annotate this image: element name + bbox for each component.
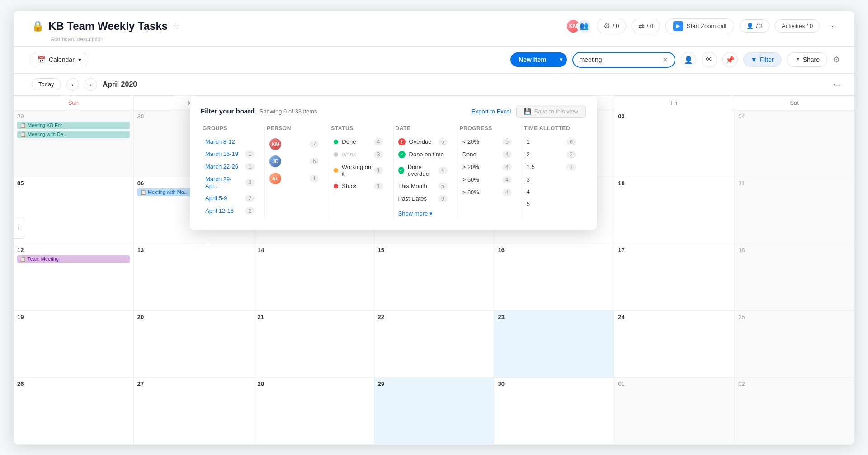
settings-icon[interactable]: ⚙ — [833, 55, 840, 65]
filter-row-this-month[interactable]: This Month 5 — [396, 180, 450, 192]
cal-cell-26-apr[interactable]: 26 — [14, 378, 133, 444]
filter-row-time-1[interactable]: 1 6 — [524, 136, 579, 148]
filter-count: 6 — [310, 158, 319, 165]
filter-row-time-5[interactable]: 5 — [524, 198, 579, 210]
filter-row-overdue[interactable]: ! Overdue 5 — [396, 136, 450, 148]
integrations-btn[interactable]: ⇄ / 0 — [632, 19, 660, 33]
cal-cell-13-apr[interactable]: 13 — [134, 244, 254, 310]
filter-row-stuck[interactable]: Stuck 1 — [331, 180, 386, 192]
filter-row-done[interactable]: Done 4 — [331, 136, 386, 148]
export-excel-link[interactable]: Export to Excel — [472, 108, 511, 115]
cal-cell-04-apr[interactable]: 04 — [735, 110, 854, 177]
cal-cell-30-apr[interactable]: 30 — [494, 378, 614, 444]
filter-row-march-22-26[interactable]: March 22-26 1 — [203, 161, 257, 173]
members-btn[interactable]: 👤 / 3 — [740, 19, 769, 33]
filter-row-gt-80[interactable]: > 80% 4 — [460, 187, 514, 198]
board-description[interactable]: Add board description — [51, 36, 840, 42]
next-month-button[interactable]: › — [85, 78, 97, 91]
cal-cell-22-apr[interactable]: 22 — [374, 311, 494, 377]
cal-cell-10-apr[interactable]: 10 — [614, 177, 734, 244]
search-clear-icon[interactable]: ✕ — [662, 56, 668, 64]
collapse-icon[interactable]: ⇐ — [833, 80, 840, 89]
filter-row-time-3[interactable]: 3 — [524, 174, 579, 185]
filter-row-person-c[interactable]: AL 1 — [267, 170, 321, 187]
filter-row-april-5-9[interactable]: April 5-9 2 — [203, 192, 257, 204]
eye-icon-btn[interactable]: 👁 — [702, 52, 717, 67]
event-chip[interactable]: 📋 Team Meeting — [17, 255, 130, 263]
cal-cell-16-apr[interactable]: 16 — [494, 244, 614, 310]
share-button[interactable]: ↗ Share — [787, 52, 827, 67]
cal-cell-12-apr[interactable]: 12 📋 Team Meeting — [14, 244, 133, 310]
filter-row-done-on-time[interactable]: ✓ Done on time — [396, 149, 450, 160]
cal-cell-17-apr[interactable]: 17 — [614, 244, 734, 310]
person-avatar-b: JD — [269, 155, 281, 167]
star-icon[interactable]: ☆ — [172, 21, 179, 31]
cal-cell-24-apr[interactable]: 24 — [614, 311, 734, 377]
more-options-button[interactable]: ··· — [825, 19, 840, 33]
cell-date: 29 — [17, 113, 130, 120]
person-filter-btn[interactable]: 👤 — [681, 52, 696, 67]
cal-cell-05-apr[interactable]: 05 — [14, 177, 133, 244]
overdue-icon: ! — [398, 138, 406, 145]
save-view-button[interactable]: 💾 Save to this view — [516, 105, 586, 118]
filter-row-time-4[interactable]: 4 — [524, 186, 579, 197]
cal-cell-03-apr[interactable]: 03 — [614, 110, 734, 177]
filter-row-march-29[interactable]: March 29-Apr... 3 — [203, 174, 257, 192]
cal-cell-02-may[interactable]: 02 — [735, 378, 854, 444]
filter-label: Filter — [760, 56, 774, 63]
status-dot-stuck — [334, 184, 338, 188]
show-more-button[interactable]: Show more ▾ — [396, 208, 436, 219]
filter-button[interactable]: ▼ Filter — [743, 52, 782, 67]
cal-cell-18-apr[interactable]: 18 — [735, 244, 854, 310]
filter-row-person-a[interactable]: KM 7 — [267, 136, 321, 152]
show-more-chevron: ▾ — [429, 210, 433, 217]
cal-cell-14-apr[interactable]: 14 — [254, 244, 374, 310]
cal-cell-27-apr[interactable]: 27 — [134, 378, 254, 444]
cal-cell-23-apr[interactable]: 23 — [494, 311, 614, 377]
cal-cell-01-may[interactable]: 01 — [614, 378, 734, 444]
filter-row-blank[interactable]: blank 3 — [331, 149, 386, 160]
filter-row-gt-20[interactable]: > 20% 4 — [460, 161, 514, 173]
activities-btn[interactable]: Activities / 0 — [775, 19, 820, 33]
filter-row-person-b[interactable]: JD 6 — [267, 153, 321, 169]
cell-date: 21 — [258, 314, 370, 320]
automations-btn[interactable]: ⚙ / 0 — [597, 19, 626, 33]
groups-header: Groups — [203, 125, 257, 131]
event-chip[interactable]: 📋 Meeting with De.. — [17, 131, 130, 138]
search-input[interactable] — [580, 56, 659, 63]
pin-icon-btn[interactable]: 📌 — [722, 52, 738, 67]
filter-count: 1 — [566, 164, 576, 171]
cal-cell-28-apr[interactable]: 28 — [254, 378, 374, 444]
sidebar-toggle[interactable]: › — [14, 217, 24, 239]
filter-row-done-prog[interactable]: Done 4 — [460, 149, 514, 160]
filter-row-april-12-16[interactable]: April 12-16 2 — [203, 205, 257, 217]
cal-cell-25-apr[interactable]: 25 — [735, 311, 854, 377]
filter-row-done-overdue[interactable]: ✓ Done overdue 4 — [396, 161, 450, 179]
filter-row-march-8-12[interactable]: March 8-12 — [203, 136, 257, 147]
prev-month-button[interactable]: ‹ — [66, 78, 79, 91]
filter-row-lt-20[interactable]: < 20% 5 — [460, 136, 514, 148]
avatar-team-icon[interactable]: 👥 — [577, 19, 591, 33]
new-item-button[interactable]: New Item ▾ — [510, 52, 566, 67]
today-button[interactable]: Today — [32, 78, 61, 90]
zoom-call-button[interactable]: ▶ Start Zoom call — [665, 18, 734, 34]
done-check-icon: ✓ — [398, 151, 406, 158]
cal-cell-15-apr[interactable]: 15 — [374, 244, 494, 310]
cal-cell-11-apr[interactable]: 11 — [735, 177, 854, 244]
view-selector[interactable]: 📅 Calendar ▾ — [32, 53, 87, 66]
filter-row-working[interactable]: Working on it 1 — [331, 161, 386, 179]
filter-row-time-2[interactable]: 2 2 — [524, 149, 579, 160]
avatar-group[interactable]: KM 👥 — [566, 19, 591, 33]
header-right: KM 👥 ⚙ / 0 ⇄ / 0 ▶ Start Zoom call — [566, 18, 840, 34]
filter-row-march-15-19[interactable]: March 15-19 1 — [203, 148, 257, 160]
cal-cell-20-apr[interactable]: 20 — [134, 311, 254, 377]
event-chip[interactable]: 📋 Meeting KB For.. — [17, 122, 130, 129]
filter-row-time-1-5[interactable]: 1.5 1 — [524, 161, 579, 173]
filter-row-gt-50[interactable]: > 50% 4 — [460, 174, 514, 186]
cal-cell-29-apr[interactable]: 29 — [374, 378, 494, 444]
cal-cell-19-apr[interactable]: 19 — [14, 311, 133, 377]
cal-cell-21-apr[interactable]: 21 — [254, 311, 374, 377]
cal-cell-29-mar[interactable]: 29 📋 Meeting KB For.. 📋 Meeting with De.… — [14, 110, 133, 177]
filter-row-past-dates[interactable]: Past Dates 9 — [396, 193, 450, 205]
new-item-arrow-icon[interactable]: ▾ — [555, 53, 567, 66]
